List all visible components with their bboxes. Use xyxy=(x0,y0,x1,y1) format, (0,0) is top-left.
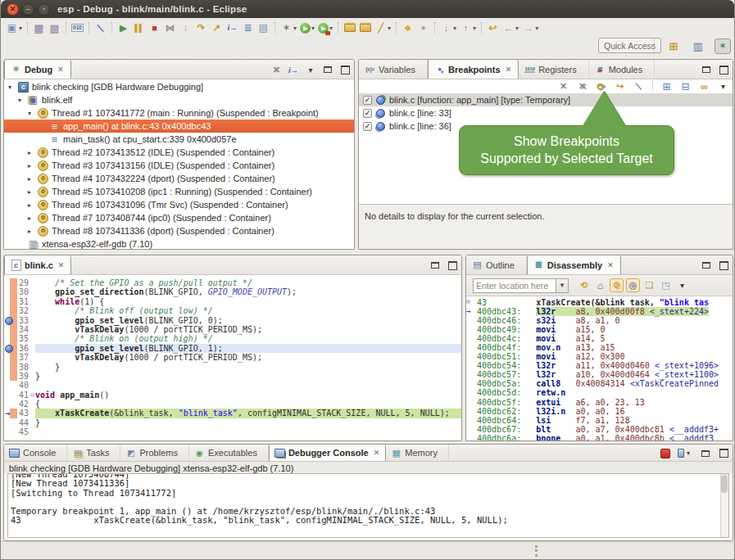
tab-problems[interactable]: Problems xyxy=(120,445,188,461)
debug-tree-row-selected[interactable]: app_main() at blink.c:43 0x400dbc43 xyxy=(4,120,354,133)
refresh-view-button[interactable] xyxy=(577,278,591,292)
use-step-filters-button[interactable] xyxy=(240,20,256,36)
tree-expander-icon[interactable]: ▸ xyxy=(28,175,37,183)
debug-perspective-button[interactable] xyxy=(715,38,731,54)
remove-selected-breakpoints-button[interactable] xyxy=(556,80,570,93)
maximize-button[interactable] xyxy=(718,448,729,459)
separator[interactable] xyxy=(85,20,93,36)
separator[interactable] xyxy=(651,80,655,93)
debug-tree-row[interactable]: ▸Thread #8 1073411336 (dport) (Suspended… xyxy=(4,224,354,237)
titlebar[interactable]: ✕–▫esp - Debug - blink/main/blink.c - Ec… xyxy=(1,0,734,18)
resume-button[interactable] xyxy=(116,20,131,36)
view-menu-button[interactable] xyxy=(716,80,730,93)
sync-with-debug-context-button[interactable] xyxy=(626,278,640,292)
editor-annotation-ruler[interactable] xyxy=(4,334,16,343)
tree-expander-icon[interactable]: ▾ xyxy=(8,84,17,91)
separator[interactable] xyxy=(392,20,400,36)
tab-executables[interactable]: Executables xyxy=(189,445,269,461)
terminate-button[interactable] xyxy=(659,447,671,459)
minimize-button[interactable] xyxy=(700,448,711,459)
debug-tree-row[interactable]: ▸Thread #3 1073413156 (IDLE) (Suspended … xyxy=(4,159,354,172)
editor-annotation-ruler[interactable] xyxy=(4,306,16,315)
breakpoint-row[interactable]: ✓blink.c [line: 33] xyxy=(359,106,733,120)
editor-annotation-ruler[interactable] xyxy=(4,418,16,427)
tab-registers[interactable]: Registers xyxy=(519,60,588,79)
tree-expander-icon[interactable]: ▸ xyxy=(28,149,37,156)
code-editor[interactable]: 29 /* Set the GPIO as a push/pull output… xyxy=(4,275,461,441)
run-button[interactable] xyxy=(298,20,316,36)
tab-disassembly[interactable]: Disassembly✕ xyxy=(527,255,621,274)
tab-blink-c[interactable]: blink.c✕ xyxy=(4,255,71,274)
debug-tree-row[interactable]: ▸Thread #6 1073431096 (Tmr Svc) (Suspend… xyxy=(4,198,354,211)
debug-tree-row[interactable]: ▾blink.elf xyxy=(4,93,354,106)
mark-occurrences-button[interactable] xyxy=(400,20,415,36)
save-button[interactable] xyxy=(31,20,47,36)
save-all-button[interactable] xyxy=(47,20,62,36)
breakpoint-checkbox[interactable]: ✓ xyxy=(363,96,372,105)
view-menu-button[interactable] xyxy=(675,278,689,292)
tree-expander-icon[interactable]: ▸ xyxy=(28,188,37,196)
separator[interactable] xyxy=(334,20,342,36)
step-over-button[interactable] xyxy=(193,20,209,36)
step-into-button[interactable] xyxy=(178,20,193,36)
tab-memory[interactable]: Memory xyxy=(386,445,449,461)
separator[interactable] xyxy=(108,20,116,36)
tab-console[interactable]: Console xyxy=(4,445,67,461)
editor-annotation-ruler[interactable] xyxy=(4,344,16,353)
editor-annotation-ruler[interactable] xyxy=(4,363,16,372)
cpp-perspective-button[interactable] xyxy=(690,38,706,54)
open-new-view-button[interactable] xyxy=(642,278,656,292)
step-return-button[interactable] xyxy=(209,20,225,36)
pin-view-button[interactable] xyxy=(659,278,673,292)
maximize-button[interactable] xyxy=(718,64,729,75)
editor-annotation-ruler[interactable] xyxy=(4,400,16,409)
tab-debugger-console[interactable]: Debugger Console✕ xyxy=(269,445,386,461)
minimize-button[interactable] xyxy=(429,260,441,271)
expand-all-button[interactable] xyxy=(660,80,674,93)
remove-all-terminated-button[interactable] xyxy=(270,64,282,75)
skip-all-breakpoints-button[interactable] xyxy=(632,80,646,93)
tab-close-icon[interactable]: ✕ xyxy=(374,449,380,457)
forward-button[interactable] xyxy=(520,20,540,36)
editor-annotation-ruler[interactable] xyxy=(4,381,16,390)
minimize-button[interactable] xyxy=(701,64,712,75)
console-scrollbar-thumb[interactable] xyxy=(721,475,728,493)
breakpoint-row[interactable]: ✓blink.c [function: app_main] [type: Tem… xyxy=(359,93,733,106)
debug-tree-row[interactable]: ▾Thread #1 1073411772 (main : Running) (… xyxy=(4,106,354,120)
back-button[interactable] xyxy=(501,20,520,36)
tree-expander-icon[interactable]: ▸ xyxy=(28,228,37,235)
collapse-all-button[interactable] xyxy=(678,80,692,93)
editor-annotation-ruler[interactable] xyxy=(4,278,16,287)
editor-annotation-ruler[interactable] xyxy=(4,353,16,362)
separator[interactable] xyxy=(478,20,485,36)
open-resource-button[interactable] xyxy=(357,20,373,36)
maximize-button[interactable] xyxy=(718,260,729,271)
build-button[interactable] xyxy=(70,20,85,36)
tab-variables[interactable]: Variables xyxy=(359,60,428,79)
tree-expander-icon[interactable]: ▸ xyxy=(28,201,37,209)
tree-expander-icon[interactable]: ▸ xyxy=(28,215,37,222)
display-selected-console-button[interactable] xyxy=(678,447,690,459)
minimize-button[interactable] xyxy=(701,260,712,271)
last-edit-location-button[interactable] xyxy=(485,20,501,36)
external-tools-button[interactable] xyxy=(316,20,334,36)
tab-debug[interactable]: Debug✕ xyxy=(4,60,71,79)
editor-annotation-ruler[interactable] xyxy=(4,325,16,334)
editor-annotation-ruler[interactable] xyxy=(4,297,16,306)
debug-tree-row[interactable]: main_task() at cpu_start.c:339 0x400d057… xyxy=(4,133,354,146)
home-button[interactable] xyxy=(593,278,607,292)
link-with-debug-view-button[interactable] xyxy=(697,80,711,93)
next-annotation-button[interactable] xyxy=(438,20,458,36)
debug-tree-row[interactable]: ▸Thread #7 1073408744 (ipc0) (Suspended … xyxy=(4,211,354,224)
tab-tasks[interactable]: Tasks xyxy=(67,445,120,461)
open-perspective-button[interactable] xyxy=(665,38,682,54)
console-scrollbar[interactable] xyxy=(720,474,728,537)
maximize-button[interactable] xyxy=(339,64,351,75)
editor-annotation-ruler[interactable] xyxy=(4,409,16,418)
debug-configurations-button[interactable] xyxy=(256,20,271,36)
quick-access-button[interactable]: Quick Access xyxy=(598,38,661,53)
instruction-stepping-button[interactable] xyxy=(225,20,240,36)
instruction-stepping-mode-button[interactable] xyxy=(288,64,299,75)
editor-annotation-ruler[interactable] xyxy=(4,287,16,296)
breakpoint-checkbox[interactable]: ✓ xyxy=(363,122,372,131)
